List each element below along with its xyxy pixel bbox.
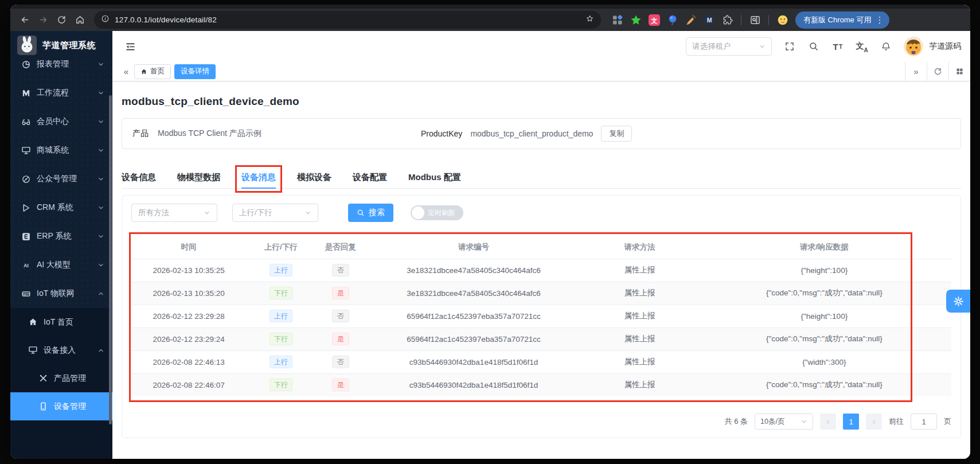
collapse-sidebar-icon[interactable] — [122, 38, 139, 55]
pagination: 共 6 条 10条/页 ‹ 1 › 前往 页 — [131, 414, 951, 430]
tab-home[interactable]: 首页 — [134, 64, 171, 79]
locale-glyph-small: A — [864, 47, 868, 53]
sidebar-item-11[interactable]: 产品管理 — [10, 364, 112, 392]
home-icon[interactable] — [71, 11, 88, 29]
address-bar[interactable]: 127.0.0.1/iot/device/detail/82 — [94, 11, 601, 29]
cell-method: 属性上报 — [582, 327, 697, 350]
tab-home-label: 首页 — [150, 67, 165, 76]
profile-avatar-icon[interactable] — [776, 14, 788, 26]
device-tab-label: 设备消息 — [241, 172, 276, 183]
sidebar-item-5[interactable]: CRM 系统 — [10, 193, 112, 222]
layout-grid-icon[interactable] — [948, 62, 970, 81]
sidebar-item-7[interactable]: AIAI 大模型 — [10, 251, 112, 279]
direction-select[interactable]: 上行/下行 — [232, 204, 318, 222]
cell-reply: 否 — [316, 305, 365, 327]
refresh-page-icon[interactable] — [927, 62, 948, 81]
reload-icon[interactable] — [53, 11, 70, 29]
font-size-icon[interactable]: TT — [831, 40, 844, 53]
filter-bar: 所有方法 上行/下行 搜索 定时刷新 — [131, 204, 951, 222]
username[interactable]: 芋道源码 — [929, 41, 961, 52]
cell-reply: 否 — [316, 259, 365, 282]
sidebar-item-3[interactable]: 商城系统 — [10, 136, 112, 165]
page-size-select[interactable]: 10条/页 — [755, 414, 813, 430]
search-icon[interactable] — [807, 40, 820, 53]
cell-direction: 上行 — [246, 305, 316, 327]
auto-refresh-toggle[interactable]: 定时刷新 — [411, 205, 463, 220]
current-page[interactable]: 1 — [843, 414, 859, 430]
url-text[interactable]: 127.0.0.1/iot/device/detail/82 — [115, 15, 580, 24]
chevron-down-icon — [97, 61, 104, 68]
sidebar-item-label: IoT 首页 — [44, 317, 104, 327]
method-select[interactable]: 所有方法 — [131, 204, 217, 222]
cell-direction-tag: 下行 — [270, 379, 292, 391]
cell-method: 属性上报 — [582, 373, 697, 396]
ext-broom-icon[interactable] — [685, 14, 697, 26]
sidebar-item-9[interactable]: IoT 首页 — [10, 308, 112, 336]
ext-translate-icon[interactable]: 文 — [648, 14, 660, 26]
user-avatar[interactable] — [904, 37, 923, 56]
side-panel-icon[interactable] — [749, 14, 761, 26]
page-size-value: 10条/页 — [760, 417, 798, 427]
cell-payload: {"code":0,"msg":"成功","data":null} — [697, 327, 951, 350]
cell-request-id: c93b5446930f42dba1e418f5d1f06f1d — [365, 350, 583, 373]
device-tab-0[interactable]: 设备信息 — [122, 167, 156, 188]
sidebar-item-6[interactable]: ERP 系统 — [10, 222, 112, 251]
font-size-glyph-small: T — [839, 43, 843, 50]
sidebar-item-label: IoT 物联网 — [37, 288, 92, 299]
product-field: 产品 Modbus TCP Client 产品示例 — [132, 128, 261, 139]
tab-device-detail[interactable]: 设备详情 — [174, 64, 216, 79]
device-tab-4[interactable]: 设备配置 — [353, 167, 387, 188]
device-tab-1[interactable]: 物模型数据 — [177, 167, 220, 188]
menu-dots-icon[interactable]: ⋮ — [873, 15, 885, 25]
sidebar-item-1[interactable]: 工作流程 — [10, 79, 112, 107]
cell-direction: 上行 — [246, 259, 316, 282]
cell-direction: 上行 — [246, 350, 316, 373]
cell-time: 2026-02-12 23:29:28 — [131, 305, 246, 327]
next-page-button[interactable]: › — [866, 414, 882, 430]
device-tab-label: 模拟设备 — [297, 172, 331, 183]
page-goto-input[interactable] — [911, 414, 937, 430]
tabs-scroll-right-icon[interactable]: » — [905, 62, 927, 81]
sidebar-item-8[interactable]: IoT 物联网 — [10, 279, 112, 308]
fullscreen-icon[interactable] — [783, 40, 796, 53]
pagination-total: 共 6 条 — [725, 416, 748, 427]
prev-page-button[interactable]: ‹ — [820, 414, 836, 430]
table-row-5: 2026-02-08 22:46:07下行是c93b5446930f42dba1… — [131, 373, 951, 396]
tenant-select[interactable]: 请选择租户 — [686, 37, 772, 56]
ext-m-icon[interactable]: M — [703, 14, 715, 26]
settings-gear-button[interactable] — [946, 290, 970, 313]
device-tab-5[interactable]: Modbus 配置 — [408, 167, 461, 188]
table-row-2: 2026-02-12 23:29:28上行否65964f12ac1c452397… — [131, 305, 951, 327]
bookmark-star-icon[interactable] — [585, 14, 594, 25]
cell-reply-tag: 否 — [332, 264, 349, 276]
cell-request-id: 65964f12ac1c452397eba357a70721cc — [365, 305, 583, 327]
locale-icon[interactable]: 文A — [856, 40, 868, 53]
cell-reply: 否 — [316, 350, 365, 373]
forward-icon[interactable] — [34, 11, 52, 29]
device-tab-3[interactable]: 模拟设备 — [297, 167, 331, 188]
back-icon[interactable] — [16, 11, 33, 29]
navbar-right: 请选择租户 TT 文A 芋道源码 — [686, 37, 961, 56]
ext-balloon-icon[interactable] — [666, 14, 678, 26]
device-tab-2[interactable]: 设备消息 — [241, 167, 276, 188]
cell-payload: {"height":100} — [697, 305, 951, 327]
notification-bell-icon[interactable] — [880, 40, 892, 53]
extensions-puzzle-icon[interactable] — [721, 14, 733, 26]
sidebar-item-10[interactable]: 设备接入 — [10, 336, 112, 364]
cell-request-id: 65964f12ac1c452397eba357a70721cc — [365, 327, 583, 350]
sidebar-item-12[interactable]: 设备管理 — [10, 392, 112, 420]
chrome-update-button[interactable]: 有新版 Chrome 可用 ⋮ — [795, 11, 889, 29]
member-icon — [21, 116, 31, 127]
copy-button[interactable]: 复制 — [601, 126, 632, 142]
app-logo-row[interactable]: 芋道管理系统 — [10, 31, 112, 60]
site-info-icon[interactable] — [101, 14, 110, 25]
column-header-0: 时间 — [131, 236, 246, 259]
tabs-scroll-left-icon[interactable]: « — [118, 67, 134, 76]
ext-green-star-icon[interactable] — [630, 14, 642, 26]
search-button[interactable]: 搜索 — [348, 204, 393, 222]
cell-method: 属性上报 — [582, 282, 697, 305]
sidebar-item-4[interactable]: 公众号管理 — [10, 165, 112, 193]
sidebar-scrollbar[interactable] — [109, 95, 112, 424]
ext-dashboard-icon[interactable] — [611, 14, 623, 26]
sidebar-item-2[interactable]: 会员中心 — [10, 107, 112, 136]
